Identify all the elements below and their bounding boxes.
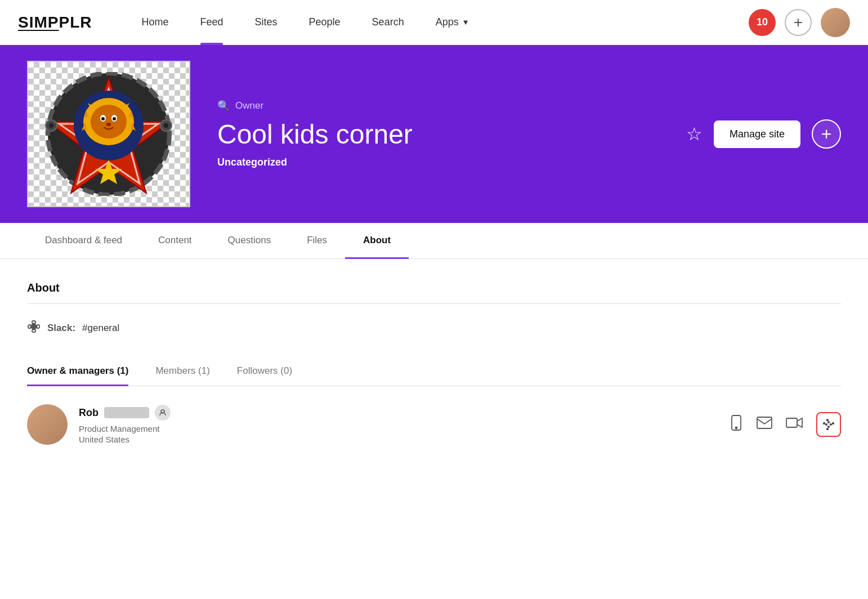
top-navigation: SIMPPLR Home Feed Sites People Search Ap…: [0, 0, 868, 45]
svg-point-17: [101, 117, 105, 120]
site-tabs: Dashboard & feed Content Questions Files…: [0, 223, 868, 259]
svg-point-43: [825, 423, 827, 426]
nav-home[interactable]: Home: [126, 0, 184, 45]
svg-point-18: [113, 117, 116, 120]
svg-point-19: [106, 123, 111, 126]
svg-point-24: [49, 123, 53, 128]
tab-about[interactable]: About: [345, 223, 409, 259]
slack-action-icon[interactable]: [816, 412, 841, 437]
video-icon[interactable]: [786, 417, 803, 432]
section-divider: [27, 303, 841, 304]
person-row: Rob Product Management United States: [27, 404, 841, 445]
svg-point-33: [33, 327, 35, 330]
svg-rect-38: [786, 418, 797, 427]
member-role-icon: [155, 405, 171, 421]
favorite-button[interactable]: ☆: [686, 123, 703, 145]
member-avatar: [27, 404, 68, 445]
mobile-icon[interactable]: [730, 415, 743, 434]
member-name-row: Rob: [79, 405, 718, 421]
tab-files[interactable]: Files: [289, 223, 345, 259]
about-section-title: About: [27, 281, 841, 294]
site-logo: [27, 61, 190, 207]
nav-links: Home Feed Sites People Search Apps ▼: [126, 0, 749, 45]
member-department: Product Management: [79, 424, 718, 433]
svg-rect-39: [823, 422, 825, 424]
svg-point-44: [830, 423, 832, 426]
banner-actions: ☆ Manage site +: [686, 119, 841, 149]
main-content: About Slack: #general Owner & managers (…: [0, 259, 868, 467]
tab-owners-managers[interactable]: Owner & managers (1): [27, 357, 128, 386]
svg-point-32: [33, 324, 35, 327]
member-info: Rob Product Management United States: [79, 405, 718, 444]
svg-rect-37: [757, 417, 772, 428]
nav-sites[interactable]: Sites: [239, 0, 293, 45]
tab-followers[interactable]: Followers (0): [237, 357, 292, 386]
owner-label: Owner: [235, 100, 263, 111]
svg-rect-41: [832, 422, 834, 424]
add-content-button[interactable]: +: [812, 119, 841, 149]
nav-actions: 10 +: [749, 8, 850, 37]
tab-members[interactable]: Members (1): [155, 357, 209, 386]
svg-rect-40: [826, 419, 829, 421]
svg-point-25: [164, 123, 168, 128]
svg-point-46: [827, 426, 830, 428]
svg-point-45: [827, 421, 830, 423]
user-avatar[interactable]: [821, 8, 850, 37]
slack-channel: #general: [82, 323, 119, 334]
member-actions: [730, 412, 841, 437]
member-name-blurred: [104, 407, 149, 418]
member-location: United States: [79, 435, 718, 444]
avatar-image: [821, 8, 850, 37]
notification-badge[interactable]: 10: [749, 9, 776, 36]
site-title: Cool kids corner: [217, 119, 686, 150]
owner-row: 🔍 Owner: [217, 100, 686, 112]
nav-people[interactable]: People: [293, 0, 356, 45]
slack-row: Slack: #general: [27, 320, 841, 337]
site-category: Uncategorized: [217, 157, 686, 168]
member-tabs: Owner & managers (1) Members (1) Followe…: [27, 357, 841, 386]
slack-icon: [27, 320, 41, 337]
chevron-down-icon: ▼: [462, 18, 469, 26]
nav-feed[interactable]: Feed: [184, 0, 239, 45]
site-banner: 🔍 Owner Cool kids corner Uncategorized ☆…: [0, 45, 868, 223]
svg-point-14: [91, 105, 127, 138]
tab-dashboard-feed[interactable]: Dashboard & feed: [27, 223, 140, 259]
svg-point-36: [736, 427, 737, 429]
svg-rect-42: [826, 428, 829, 430]
tab-content[interactable]: Content: [140, 223, 210, 259]
site-logo-image: [41, 72, 176, 196]
nav-search[interactable]: Search: [356, 0, 420, 45]
member-name: Rob: [79, 407, 99, 419]
email-icon[interactable]: [757, 417, 772, 432]
slack-label: Slack:: [47, 323, 75, 334]
tab-questions[interactable]: Questions: [210, 223, 289, 259]
nav-apps[interactable]: Apps ▼: [420, 0, 485, 45]
brand-logo[interactable]: SIMPPLR: [18, 14, 92, 32]
add-button[interactable]: +: [785, 9, 812, 36]
owner-icon: 🔍: [217, 100, 230, 112]
manage-site-button[interactable]: Manage site: [714, 120, 800, 148]
site-info: 🔍 Owner Cool kids corner Uncategorized: [217, 100, 686, 168]
